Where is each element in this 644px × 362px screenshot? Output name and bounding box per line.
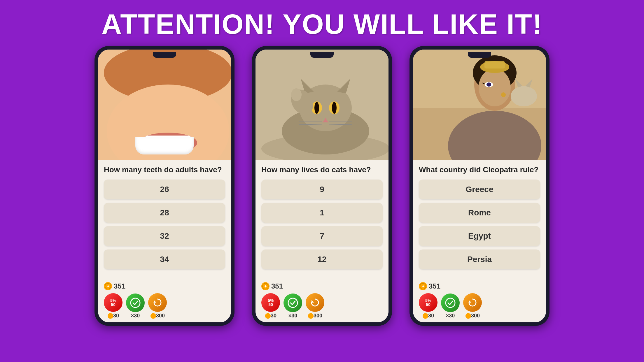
phones-container: How many teeth do adults have? 26 28 32 …: [71, 46, 573, 326]
svg-point-45: [501, 92, 506, 97]
phone-1-question: How many teeth do adults have?: [104, 165, 225, 175]
main-title: ATTENTION! YOU WILL LIKE IT!: [102, 8, 542, 40]
phone-3-question: What country did Cleopatra rule?: [419, 165, 540, 175]
phone-2-powerup-3-label: ⬤300: [308, 312, 322, 319]
phone-2-answer-3[interactable]: 7: [261, 226, 383, 246]
phone-1-powerup-1-icon: 5%50: [104, 293, 123, 312]
phone-2-notch: [310, 52, 334, 58]
phone-2: How many lives do cats have? 9 1 7 12 ✦ …: [252, 46, 392, 326]
phone-1-answer-1[interactable]: 26: [104, 180, 225, 199]
phone-2-screen: How many lives do cats have? 9 1 7 12 ✦ …: [256, 50, 388, 322]
phone-3-coins-row: ✦ 351: [419, 282, 540, 290]
phone-1-answer-4[interactable]: 34: [104, 249, 225, 269]
phone-2-answer-1[interactable]: 9: [261, 180, 383, 199]
svg-text:✦: ✦: [264, 284, 267, 289]
phone-3-screen: What country did Cleopatra rule? Greece …: [413, 50, 546, 322]
svg-rect-37: [484, 61, 505, 68]
phone-1-coin-icon: ✦: [104, 282, 112, 290]
phone-3-coin-icon: ✦: [419, 282, 427, 290]
svg-point-39: [487, 82, 491, 87]
svg-point-8: [131, 298, 140, 307]
svg-point-42: [511, 86, 537, 106]
phone-1-answer-3[interactable]: 32: [104, 226, 225, 246]
phone-3-powerup-3-icon: [463, 293, 482, 312]
phone-3: What country did Cleopatra rule? Greece …: [410, 46, 550, 326]
svg-marker-49: [469, 300, 471, 303]
phone-3-image: [413, 50, 546, 160]
phone-1-powerup-2-icon: [126, 294, 145, 312]
svg-text:✦: ✦: [106, 284, 110, 289]
phone-1-powerup-2-label: ×30: [131, 313, 140, 319]
phone-2-footer: ✦ 351 5%50 ⬤30: [256, 280, 388, 322]
phone-3-powerup-2-icon: [441, 294, 460, 312]
phone-2-answer-2[interactable]: 1: [261, 203, 383, 223]
phone-3-answer-3[interactable]: Egypt: [419, 226, 540, 246]
svg-marker-9: [154, 300, 156, 303]
phone-1-powerup-1-label: ⬤30: [107, 312, 119, 319]
phone-2-image: [256, 50, 388, 160]
svg-marker-30: [312, 300, 314, 303]
phone-3-answer-2[interactable]: Rome: [419, 203, 540, 223]
phone-3-powerups: 5%50 ⬤30 ×30 ⬤300: [419, 293, 540, 319]
phone-2-powerup-3[interactable]: ⬤300: [306, 293, 324, 319]
phone-2-content: How many lives do cats have? 9 1 7 12: [256, 160, 388, 280]
phone-1-content: How many teeth do adults have? 26 28 32 …: [98, 160, 231, 280]
phone-3-content: What country did Cleopatra rule? Greece …: [413, 160, 546, 280]
phone-2-powerup-1-icon: 5%50: [261, 293, 280, 312]
phone-1-screen: How many teeth do adults have? 26 28 32 …: [98, 50, 231, 322]
phone-3-powerup-1[interactable]: 5%50 ⬤30: [419, 293, 438, 319]
phone-1-notch: [153, 52, 176, 58]
phone-3-coin-count: 351: [429, 282, 440, 290]
svg-text:✦: ✦: [421, 284, 425, 289]
svg-point-29: [288, 298, 298, 307]
phone-2-coins-row: ✦ 351: [261, 282, 383, 290]
phone-2-powerup-3-icon: [306, 293, 324, 312]
phone-2-question: How many lives do cats have?: [261, 165, 383, 175]
svg-point-18: [314, 102, 319, 114]
phone-3-powerup-3-label: ⬤300: [465, 312, 480, 319]
svg-rect-4: [145, 136, 191, 147]
phone-2-powerup-1[interactable]: 5%50 ⬤30: [261, 293, 280, 319]
phone-1-powerup-3-icon: [148, 293, 167, 312]
phone-2-powerup-1-label: ⬤30: [265, 312, 276, 319]
phone-1-footer: ✦ 351 5%50 ⬤30: [98, 280, 231, 322]
phone-1-powerup-1[interactable]: 5%50 ⬤30: [104, 293, 123, 319]
phone-1-powerup-3[interactable]: ⬤300: [148, 293, 167, 319]
phone-2-coin-count: 351: [271, 282, 283, 290]
svg-point-35: [479, 68, 511, 106]
phone-3-powerup-2-label: ×30: [446, 313, 455, 319]
phone-3-powerup-2[interactable]: ×30: [441, 294, 460, 319]
phone-2-coin-icon: ✦: [261, 282, 270, 290]
phone-1-powerup-2[interactable]: ×30: [126, 294, 145, 319]
phone-2-powerup-2-label: ×30: [288, 313, 298, 319]
phone-3-powerup-3[interactable]: ⬤300: [463, 293, 482, 319]
svg-point-26: [291, 88, 302, 101]
phone-1-image: [98, 50, 231, 160]
phone-3-powerup-1-icon: 5%50: [419, 293, 438, 312]
phone-3-answer-1[interactable]: Greece: [419, 180, 540, 199]
phone-1: How many teeth do adults have? 26 28 32 …: [94, 46, 235, 326]
phone-3-footer: ✦ 351 5%50 ⬤30: [413, 280, 546, 322]
phone-3-notch: [468, 52, 491, 58]
phone-3-answer-4[interactable]: Persia: [419, 249, 540, 269]
phone-3-powerup-1-label: ⬤30: [422, 312, 434, 319]
phone-1-powerup-3-label: ⬤300: [150, 312, 165, 319]
phone-1-coin-count: 351: [114, 282, 125, 290]
phone-1-answer-2[interactable]: 28: [104, 203, 225, 223]
phone-2-powerup-2[interactable]: ×30: [284, 294, 302, 319]
phone-1-powerups: 5%50 ⬤30 ×30 ⬤300: [104, 293, 225, 319]
svg-point-19: [332, 102, 337, 114]
svg-point-48: [446, 298, 455, 307]
phone-2-powerup-2-icon: [284, 294, 302, 312]
phone-1-coins-row: ✦ 351: [104, 282, 225, 290]
phone-2-answer-4[interactable]: 12: [261, 249, 383, 269]
phone-2-powerups: 5%50 ⬤30 ×30 ⬤300: [261, 293, 383, 319]
